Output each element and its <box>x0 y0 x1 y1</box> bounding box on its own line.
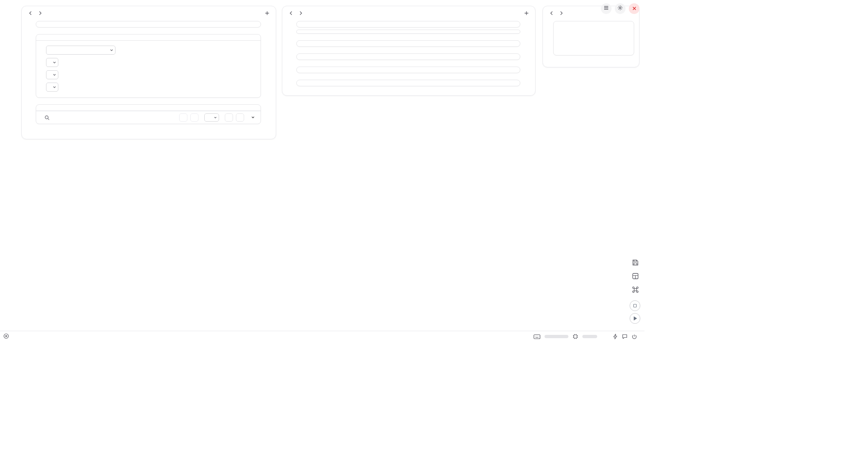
column-1-header <box>22 6 276 20</box>
y-value-dropdown[interactable] <box>46 70 58 79</box>
code-cell-vstack[interactable] <box>36 34 261 98</box>
code-editor[interactable] <box>36 35 261 40</box>
move-column-right-button[interactable] <box>558 9 565 17</box>
code-cell-imports[interactable] <box>36 21 261 28</box>
chevron-down-icon <box>251 115 255 120</box>
helper-panel-rail <box>0 0 18 329</box>
code-editor[interactable] <box>36 21 261 27</box>
first-page-button[interactable] <box>179 113 187 122</box>
window-controls <box>601 3 639 14</box>
keyboard-icon[interactable] <box>533 334 540 339</box>
code-editor[interactable] <box>297 67 520 73</box>
code-editor[interactable] <box>297 41 520 46</box>
code-editor[interactable] <box>297 54 520 60</box>
play-icon <box>634 316 637 320</box>
stop-icon <box>633 304 637 307</box>
code-cell-plot[interactable] <box>296 21 520 28</box>
search-icon[interactable] <box>44 115 50 120</box>
statusbar-right <box>533 334 637 339</box>
run-controls <box>630 300 640 324</box>
dataset-dropdown[interactable] <box>46 46 115 55</box>
status-bar <box>0 331 644 342</box>
last-page-button[interactable] <box>236 113 244 122</box>
close-icon <box>632 5 637 12</box>
code-cell-xyplot[interactable] <box>296 53 520 60</box>
move-column-left-button[interactable] <box>27 9 34 17</box>
column-2-header <box>282 6 535 20</box>
power-icon[interactable] <box>632 334 637 339</box>
cpu-usage-meter <box>545 335 568 338</box>
move-column-right-button[interactable] <box>297 9 305 17</box>
move-column-left-button[interactable] <box>287 9 295 17</box>
connection-lightning-icon[interactable] <box>613 334 618 339</box>
page-select[interactable] <box>204 113 219 122</box>
code-editor[interactable] <box>297 21 520 27</box>
move-column-left-button[interactable] <box>548 9 555 17</box>
prev-page-button[interactable] <box>190 113 199 122</box>
circle-x-icon <box>3 333 9 340</box>
vstack-output-form <box>36 41 261 97</box>
settings-button[interactable] <box>615 3 626 14</box>
code-editor[interactable] <box>36 105 261 111</box>
feedback-chat-icon[interactable] <box>622 334 628 339</box>
memory-usage-meter <box>582 335 597 338</box>
side-toolbar <box>632 259 639 293</box>
next-page-button[interactable] <box>225 113 233 122</box>
gear-icon <box>617 5 623 12</box>
keyboard-shortcuts-icon[interactable] <box>632 286 639 293</box>
marimo-app: ⋯ <box>0 0 644 342</box>
error-count-indicator[interactable] <box>3 333 11 340</box>
notebook-column-3 <box>542 6 639 67</box>
download-button[interactable] <box>249 115 255 120</box>
memory-chip-icon <box>573 334 578 339</box>
code-editor[interactable] <box>297 80 520 86</box>
plot-type-dropdown[interactable] <box>46 83 58 92</box>
table-footer <box>36 111 261 124</box>
add-cell-button[interactable] <box>523 9 530 17</box>
x-value-dropdown[interactable] <box>46 58 58 67</box>
dataframe-table <box>36 111 261 124</box>
run-all-button[interactable] <box>630 313 640 324</box>
hamburger-menu-icon <box>603 5 609 12</box>
code-cell-dataframe[interactable] <box>36 104 261 124</box>
shutdown-button[interactable] <box>629 3 639 14</box>
line-number <box>554 24 563 25</box>
save-icon[interactable] <box>632 259 639 266</box>
chart-output-cell: ⋯ <box>296 30 520 34</box>
interrupt-button[interactable] <box>630 300 640 311</box>
notebook-column-1 <box>21 6 276 139</box>
code-cell-selected-dataset[interactable] <box>296 67 520 73</box>
layout-grid-icon[interactable] <box>632 272 639 280</box>
code-cell-plot-type[interactable] <box>296 80 520 86</box>
code-cell-dataset[interactable] <box>296 40 520 47</box>
empty-code-cell[interactable] <box>553 21 634 55</box>
move-column-right-button[interactable] <box>37 9 44 17</box>
menu-button[interactable] <box>601 3 612 14</box>
notebook-column-2: ⋯ <box>282 6 536 96</box>
add-cell-button[interactable] <box>263 9 271 17</box>
